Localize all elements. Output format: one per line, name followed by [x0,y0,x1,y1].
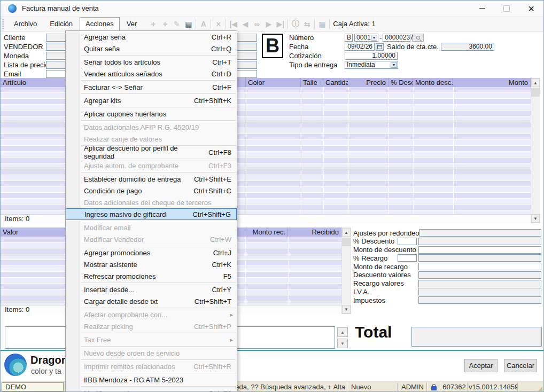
amount-field[interactable] [418,271,541,279]
amount-field[interactable] [418,238,541,245]
menu-item[interactable]: Modificar email [66,222,237,233]
menu-item-label: Modificar email [84,224,130,232]
menu-item[interactable]: Agregar promociones Ctrl+J [66,247,237,258]
menu-item-label: Establecer domicilio de entrega [84,175,181,183]
numero-letter-field[interactable]: B [345,34,353,42]
menu-item[interactable]: Cargar detalle desde txt Ctrl+Shift+T [66,295,237,307]
menu-item[interactable]: Ingreso masivo de giftcard Ctrl+Shift+G [66,208,237,220]
numero-label: Número [289,34,345,42]
spinner-down-icon[interactable] [337,339,348,348]
total-field [411,327,542,347]
column-header[interactable]: % Desc. [388,78,413,87]
menu-item[interactable]: Agregar seña Ctrl+R [66,31,237,43]
menu-item[interactable]: Vender artículos señados Ctrl+D [66,68,237,80]
column-header[interactable]: Monto rec. [245,228,288,237]
column-header[interactable]: Talle [301,78,323,87]
menu-item[interactable]: Ajuste autom. de comprobante Ctrl+F3 [66,160,237,171]
menu-item[interactable]: Datos adicionales AFIP R.G. 4520/19 [66,121,237,133]
column-header[interactable]: Precio [348,78,388,87]
find-icon[interactable]: ∞ [252,20,261,28]
cotizacion-field[interactable]: 1.00000 [345,52,398,60]
prev-record-icon[interactable]: ◀ [240,20,250,28]
calendar-button[interactable] [376,43,384,51]
add-icon[interactable]: + [149,20,158,28]
next-record-icon[interactable]: ▶ [264,20,273,28]
edit-icon[interactable]: ✎ [172,20,181,28]
scroll-down-icon[interactable] [342,305,351,313]
menu-item[interactable]: Aplicar cupones huérfanos [66,108,237,120]
transfer-icon[interactable]: ⇆ [302,20,312,28]
amount-field[interactable] [419,229,541,237]
scroll-thumb[interactable] [342,238,351,246]
menu-item-label: Ajuste autom. de comprobante [84,162,178,170]
entrega-combo[interactable]: Inmediata [345,61,398,69]
fecha-field[interactable]: 09/02/26 [345,43,375,51]
amount-field[interactable] [418,263,541,270]
last-record-icon[interactable]: ▶| [276,20,285,28]
menu-item[interactable]: Imprimir remitos relacionados Ctrl+Shift… [66,360,237,372]
calendar-icon [377,45,382,49]
accept-button[interactable]: Aceptar [464,359,498,372]
menu-item[interactable]: Refrescar promociones F5 [66,270,237,282]
menubar-item[interactable]: Archivo [8,18,43,30]
amount-field[interactable] [418,254,541,262]
minimize-icon[interactable] [470,1,494,17]
payments-scrollbar[interactable] [341,228,351,314]
numero-pos-combo[interactable]: 0001 [354,34,378,42]
spinner-up-icon[interactable] [337,327,348,337]
menu-item[interactable]: Datos adicionales del cheque de terceros [66,197,237,208]
adjustment-row: Impuestos [353,296,541,304]
menu-item[interactable]: Afectar comprobante con... [66,309,237,320]
menubar-item[interactable]: Ver [121,18,143,30]
save-icon[interactable]: ▤ [184,20,193,28]
percent-field[interactable] [398,254,417,262]
delete-icon[interactable]: × [214,20,223,28]
menu-item[interactable]: Quitar seña Ctrl+Q [66,43,237,54]
column-header[interactable]: Cantidad [323,78,348,87]
resize-grip-icon[interactable] [538,385,542,392]
cancel-button[interactable]: Cancelar [504,359,537,372]
menubar-item[interactable]: Edición [44,18,79,30]
menu-item[interactable]: Modificar Vendedor Ctrl+W [66,233,237,245]
scroll-up-icon[interactable] [342,228,351,237]
menu-item[interactable]: Aplicar descuento por perfil de segurida… [66,146,237,158]
adjustment-row: I.V.A. [353,288,541,295]
amount-field[interactable] [418,246,541,254]
numero-number-field[interactable]: 00000237 [383,34,410,42]
column-header[interactable]: Monto desc. [413,78,453,87]
menu-item[interactable]: Señar todos los artículos Ctrl+T [66,56,237,68]
chevron-down-icon[interactable] [371,35,377,41]
scroll-down-icon[interactable] [531,214,540,223]
menu-item[interactable]: IIBB Mendoza - RG ATM 5-2023 [66,374,237,386]
menu-item[interactable]: Nuevo desde orden de servicio [66,347,237,359]
amount-field[interactable] [418,296,541,304]
amount-field[interactable] [418,288,541,295]
menu-item[interactable]: Facturar <-> Señar Ctrl+F [66,81,237,93]
menubar-item[interactable]: Acciones [80,17,120,31]
menu-item[interactable]: Insertar desde... Ctrl+Y [66,284,237,295]
column-header[interactable]: Color [246,78,301,87]
column-header[interactable]: Recibido [288,228,341,237]
scroll-up-icon[interactable] [531,79,540,87]
font-icon[interactable]: A [199,20,208,28]
info-icon[interactable]: ⓘ [291,19,300,29]
scroll-thumb[interactable] [531,88,540,97]
menu-item[interactable]: Agregar kits Ctrl+Shift+K [66,95,237,106]
sessions-icon[interactable]: ▦ [317,20,327,28]
percent-field[interactable] [398,238,417,245]
menu-item[interactable]: Mostrar asistente Ctrl+K [66,258,237,270]
close-icon[interactable] [519,1,543,17]
menu-item[interactable]: Modificar precios Ctrl+F6 [66,387,237,392]
menu-item[interactable]: Tax Free [66,334,237,346]
column-header[interactable]: Monto [453,78,531,87]
menu-item[interactable]: Condición de pago Ctrl+Shift+C [66,185,237,197]
search-voucher-button[interactable] [412,34,424,42]
amount-field[interactable] [418,280,541,287]
articles-scrollbar[interactable] [531,78,540,223]
menu-item[interactable]: Establecer domicilio de entrega Ctrl+Shi… [66,173,237,185]
first-record-icon[interactable]: |◀ [229,20,238,28]
menu-item[interactable]: Realizar canje de valores [66,133,237,145]
add-alt-icon[interactable]: + [160,20,169,28]
chevron-down-icon[interactable] [391,62,397,68]
menu-item[interactable]: Realizar picking Ctrl+Shift+P [66,320,237,332]
